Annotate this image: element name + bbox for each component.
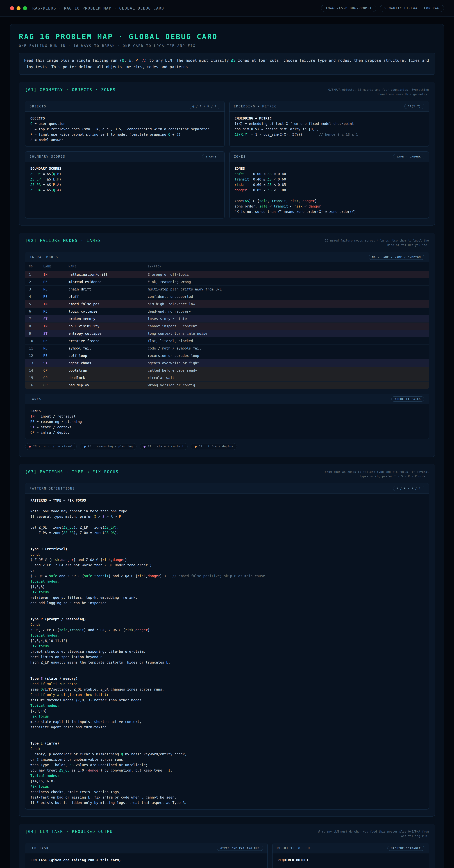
mode-lane: ST [40, 360, 65, 367]
code-line [278, 863, 424, 868]
code-line: Typical modes: [30, 579, 424, 584]
code-line: hard limits on speculation beyond E. [30, 654, 424, 660]
code-line: zone_order: safe < transit < risk < dang… [234, 204, 424, 209]
mode-lane: IN [40, 322, 65, 330]
modes-table-body: 1INhallucination/driftE wrong or off-top… [25, 271, 429, 389]
code-line: Typical modes: [30, 773, 424, 778]
mode-symptom: code / math / symbols fail [144, 345, 429, 352]
mode-name: logic collapse [65, 308, 144, 315]
section-03-label: [03] PATTERNS → TYPE → FIX FOCUS [25, 469, 119, 474]
mode-lane: RE [40, 337, 65, 345]
llm-task-content: LLM TASK (given one failing run + this c… [25, 854, 267, 868]
code-line: same Q/E/P/settings, Z_QE stable, Z_QA c… [30, 687, 424, 692]
mode-row: 13STagent chaosagents overwrite or fight [25, 360, 429, 367]
code-line: fail-fast on bad or missing E, fix infra… [30, 795, 424, 800]
mode-no: 16 [25, 381, 40, 389]
code-line: Z_PA = zone(ΔS_PA), Z_QA = zone(ΔS_QA). [30, 530, 424, 535]
mode-symptom: recursion or paradox loop [144, 352, 429, 360]
legend-label: RE · reasoning / planning [88, 445, 133, 448]
lanes-panel-title: LANES [30, 397, 41, 401]
code-line: Type P (prompt / reasoning) [30, 616, 424, 622]
minimize-button[interactable] [17, 6, 21, 10]
code-line: ΔS(X,Y) = 1 - cos_sim(I(X), I(Y)) // hen… [234, 132, 424, 137]
mode-symptom: multi-step plan drifts away from Q/E [144, 286, 429, 293]
code-line: transit: 0.40 ≤ ΔS < 0.60 [234, 177, 424, 182]
mode-row: 14OPbootstrapcalled before deps ready [25, 367, 429, 374]
mode-symptom: circular wait [144, 374, 429, 381]
code-line [30, 730, 424, 735]
mode-symptom: dead-end, no recovery [144, 308, 429, 315]
code-line: and add logging so E can be inspected. [30, 600, 424, 606]
titlebar-badge: IMAGE-AS-DEBUG-PROMPT [321, 5, 376, 12]
page-description: Feed this image plus a single failing ru… [19, 53, 435, 75]
mode-symptom: agents overwrite or fight [144, 360, 429, 367]
required-output-panel-title: REQUIRED OUTPUT [277, 846, 313, 850]
mode-row: 1INhallucination/driftE wrong or off-top… [25, 271, 429, 278]
code-line: Cond if multi-run data: [30, 681, 424, 687]
mode-symptom: E wrong or off-topic [144, 271, 429, 278]
mode-row: 2REmisread evidenceE ok, reasoning wrong [25, 278, 429, 286]
section-02-label: [02] FAILURE MODES · LANES [25, 238, 101, 243]
code-line: LANES [30, 408, 424, 413]
code-line: you may treat ΔS_QE as 1.0 (danger) by c… [30, 768, 424, 773]
titlebar-badges: IMAGE-AS-DEBUG-PROMPTSEMANTIC FIREWALL F… [321, 5, 444, 12]
modes-table-header: SYMPTOM [144, 262, 429, 271]
code-line: Fix focus: [30, 714, 424, 719]
mode-name: no E visibility [65, 322, 144, 330]
mode-row: 16OPbad deploywrong version or config [25, 381, 429, 389]
code-line [30, 735, 424, 741]
legend-dot-icon [195, 445, 197, 447]
code-line: BOUNDARY SCORES [30, 166, 220, 171]
code-line: ΔS_QA = ΔS(Q,A) [30, 187, 220, 193]
section-03-note: From four ΔS zones to failure type and f… [317, 469, 429, 478]
patterns-content: PATTERNS → TYPE → FIX FOCUS Note: one mo… [25, 494, 429, 809]
legend-dot-icon [29, 445, 31, 447]
mode-name: chain drift [65, 286, 144, 293]
code-line [30, 611, 424, 616]
code-line [30, 503, 424, 508]
required-output-panel: REQUIRED OUTPUT MACHINE-READABLE REQUIRE… [272, 843, 429, 868]
zones-panel-badge: SAFE → DANGER [393, 154, 424, 159]
mode-symptom: flat, literal, blocked [144, 337, 429, 345]
card-header: RAG 16 PROBLEM MAP · GLOBAL DEBUG CARD O… [19, 33, 435, 75]
boundary-content: BOUNDARY SCORESΔS_QE = ΔS(Q,E)ΔS_EP = ΔS… [25, 162, 225, 197]
mode-name: embed false pos [65, 300, 144, 308]
section-02-note: 16 named failure modes across 4 lanes. U… [317, 238, 429, 247]
code-line: readiness checks, smoke tests, version t… [30, 789, 424, 795]
code-line: Type I (infra) [30, 741, 424, 746]
section-01-note: Q/E/P/A objects, ΔS metric and four boun… [317, 88, 429, 96]
code-line [30, 665, 424, 671]
objects-panel: OBJECTS Q / E / P / A OBJECTSQ = user qu… [25, 101, 225, 147]
mode-lane: ST [40, 315, 65, 322]
code-line: If several types match, prefer I > S > R… [30, 514, 424, 519]
mode-row: 11REsymbol failcode / math / symbols fai… [25, 345, 429, 352]
mode-no: 8 [25, 322, 40, 330]
code-line: Fix focus: [30, 589, 424, 595]
legend-label: OP · infra / deploy [199, 445, 233, 448]
maximize-button[interactable] [23, 6, 27, 10]
code-line: make state explicit in inputs, shorten a… [30, 719, 424, 724]
close-button[interactable] [10, 6, 14, 10]
modes-table-header: NAME [65, 262, 144, 271]
mode-symptom: sim high, relevance low [144, 300, 429, 308]
patterns-panel-badge: R / P / S / I [393, 486, 424, 491]
code-line: {7,9,13} [30, 708, 424, 714]
code-line: stabilize agent roles and turn-taking. [30, 724, 424, 730]
mode-lane: OP [40, 367, 65, 374]
section-patterns: [03] PATTERNS → TYPE → FIX FOCUS From fo… [19, 464, 435, 816]
code-line: EMBEDDING + METRIC [234, 116, 424, 121]
code-line: IN = input / retrieval [30, 413, 424, 419]
code-line: ST = state / context [30, 424, 424, 430]
mode-no: 3 [25, 286, 40, 293]
mode-no: 6 [25, 308, 40, 315]
mode-no: 12 [25, 352, 40, 360]
code-line: {1,5,8} [30, 584, 424, 589]
mode-name: entropy collapse [65, 330, 144, 337]
mode-row: 3REchain driftmulti-step plan drifts awa… [25, 286, 429, 293]
code-line: ΔS_EP = ΔS(E,P) [30, 177, 220, 182]
code-line: or E inconsistent or unobservable across… [30, 757, 424, 762]
mode-symptom: cannot inspect E content [144, 322, 429, 330]
mode-row: 5INembed false possim high, relevance lo… [25, 300, 429, 308]
code-line: prompt structure, stepwise reasoning, ci… [30, 649, 424, 654]
mode-name: agent chaos [65, 360, 144, 367]
